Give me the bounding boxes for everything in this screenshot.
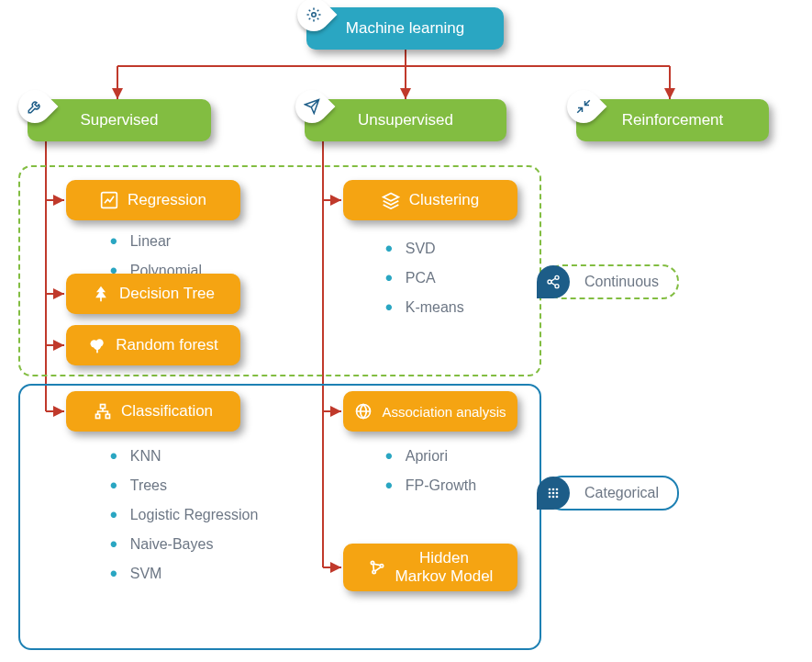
svg-point-4	[552, 488, 555, 491]
list-item: Naive-Bayes	[110, 533, 258, 556]
svg-point-1	[548, 280, 551, 284]
share-icon	[537, 265, 570, 298]
list-item: Logistic Regression	[110, 503, 258, 527]
association-node: Association analysis	[343, 391, 517, 432]
unsupervised-node: Unsupervised	[305, 99, 506, 141]
cloud-tree-icon	[88, 336, 106, 354]
svg-rect-17	[96, 348, 98, 353]
categorical-label: Categorical	[546, 476, 679, 511]
send-icon	[289, 84, 336, 130]
root-node-machine-learning: Machine learning	[306, 7, 504, 50]
regression-label: Regression	[128, 191, 206, 209]
globe-icon	[354, 402, 373, 421]
supervised-node: Supervised	[28, 99, 211, 141]
classification-items: KNN Trees Logistic Regression Naive-Baye…	[110, 439, 258, 591]
svg-point-22	[371, 561, 373, 564]
tree-icon	[92, 285, 110, 303]
svg-point-11	[556, 496, 559, 499]
gear-icon	[291, 0, 338, 38]
list-item: Apriori	[385, 444, 476, 468]
reinforcement-label: Reinforcement	[622, 111, 724, 129]
svg-point-9	[549, 496, 551, 499]
continuous-text: Continuous	[584, 274, 659, 290]
svg-rect-19	[95, 414, 99, 418]
reinforcement-node: Reinforcement	[576, 99, 769, 141]
clustering-node: Clustering	[343, 180, 517, 220]
svg-rect-18	[100, 405, 105, 409]
decision-tree-node: Decision Tree	[66, 274, 240, 314]
association-label: Association analysis	[382, 404, 506, 420]
svg-rect-20	[106, 414, 109, 418]
svg-point-2	[555, 285, 559, 288]
chart-up-icon	[100, 191, 118, 209]
clustering-label: Clustering	[409, 191, 480, 209]
classification-label: Classification	[121, 402, 213, 421]
list-item: Linear	[110, 230, 202, 253]
list-item: Trees	[110, 474, 258, 498]
continuous-label: Continuous	[546, 264, 679, 299]
network-icon	[368, 558, 386, 577]
list-item: K-means	[385, 296, 464, 320]
decision-tree-label: Decision Tree	[119, 285, 215, 303]
classification-node: Classification	[66, 391, 240, 432]
wrench-icon	[12, 84, 59, 130]
layers-icon	[382, 191, 400, 209]
unsupervised-label: Unsupervised	[358, 111, 453, 129]
list-item: PCA	[385, 266, 464, 290]
svg-point-0	[555, 275, 559, 279]
svg-point-12	[312, 13, 317, 17]
list-item: SVM	[110, 562, 258, 586]
root-label: Machine learning	[346, 19, 464, 38]
hmm-label: Hidden Markov Model	[395, 549, 494, 587]
svg-point-10	[552, 496, 555, 499]
supervised-label: Supervised	[80, 111, 158, 129]
svg-point-5	[556, 488, 559, 491]
list-item: FP-Growth	[385, 474, 476, 498]
svg-point-8	[556, 492, 559, 495]
svg-point-6	[549, 492, 551, 495]
clustering-items: SVD PCA K-means	[385, 231, 464, 325]
hmm-node: Hidden Markov Model	[343, 544, 517, 591]
regression-node: Regression	[66, 180, 240, 220]
list-item: SVD	[385, 237, 464, 261]
grid-icon	[537, 477, 570, 510]
random-forest-label: Random forest	[116, 336, 218, 354]
list-item: KNN	[110, 444, 258, 468]
svg-point-3	[549, 488, 551, 491]
svg-point-7	[552, 492, 555, 495]
categorical-text: Categorical	[584, 485, 659, 501]
compress-icon	[561, 84, 607, 130]
random-forest-node: Random forest	[66, 325, 240, 365]
association-items: Apriori FP-Growth	[385, 439, 476, 503]
hierarchy-icon	[94, 402, 112, 421]
